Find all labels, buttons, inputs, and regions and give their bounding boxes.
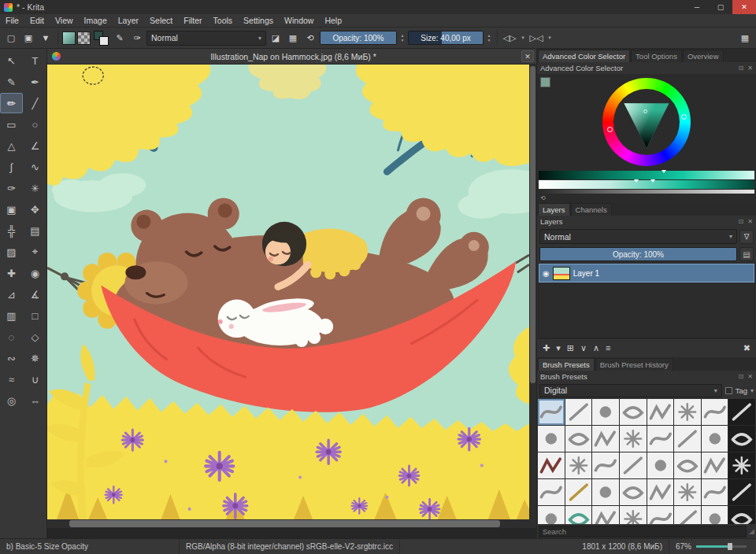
menu-file[interactable]: File xyxy=(0,14,24,27)
tool-assistants[interactable]: ⊿ xyxy=(0,284,23,305)
lightness-strip[interactable] xyxy=(539,171,754,179)
tool-dynamic-brush[interactable]: ✑ xyxy=(0,178,23,198)
menu-tools[interactable]: Tools xyxy=(208,14,239,27)
brush-preset-10[interactable] xyxy=(592,426,619,452)
dock-tab-brush-presets[interactable]: Brush Presets xyxy=(538,358,595,371)
tool-freehand-select[interactable]: ∾ xyxy=(0,348,23,368)
tag-options-button[interactable]: ▾ xyxy=(750,387,754,394)
edit-brush-settings-button[interactable]: ✑ xyxy=(129,30,145,46)
reload-preset-button[interactable]: ⟲ xyxy=(302,30,318,46)
brush-preset-25[interactable] xyxy=(565,479,592,505)
brush-preset-29[interactable] xyxy=(674,479,701,505)
layer-opacity-slider[interactable]: Opacity: 100% xyxy=(539,247,737,261)
spin-down-icon[interactable]: ▼ xyxy=(401,38,405,42)
dock-tab-layers[interactable]: Layers xyxy=(538,203,570,216)
new-document-button[interactable]: ▢ xyxy=(3,30,19,46)
move-layer-up-button[interactable]: ∧ xyxy=(593,343,599,353)
brush-preset-3[interactable] xyxy=(620,399,647,425)
tool-edit-shapes[interactable]: ✎ xyxy=(0,72,23,92)
canvas[interactable] xyxy=(47,65,529,519)
tag-checkbox[interactable] xyxy=(725,387,732,394)
tool-smart-patch[interactable]: ✚ xyxy=(0,263,23,283)
tool-pan[interactable]: ⇔ xyxy=(24,390,46,411)
pattern-chooser[interactable] xyxy=(77,31,91,45)
dock-tab-tool-options[interactable]: Tool Options xyxy=(631,50,682,62)
menu-select[interactable]: Select xyxy=(144,14,178,27)
tool-measure[interactable]: ∡ xyxy=(24,284,46,305)
menu-filter[interactable]: Filter xyxy=(178,14,207,27)
brush-preset-20[interactable] xyxy=(647,452,674,478)
move-layer-down-button[interactable]: ∨ xyxy=(580,343,587,353)
canvas-illustration[interactable] xyxy=(47,65,529,519)
tool-freehand-path[interactable]: ∿ xyxy=(24,157,46,177)
brush-preset-6[interactable] xyxy=(702,399,728,425)
tool-gradient[interactable]: ▤ xyxy=(24,220,46,241)
brush-tag-filter-select[interactable]: Digital ▾ xyxy=(539,384,722,397)
tool-move[interactable]: ✥ xyxy=(24,199,46,220)
brush-preset-30[interactable] xyxy=(702,479,728,505)
dock-tab-brush-preset-history[interactable]: Brush Preset History xyxy=(595,358,673,371)
brush-preset-31[interactable] xyxy=(728,479,755,505)
foreground-background-colors[interactable] xyxy=(94,31,109,46)
menu-view[interactable]: View xyxy=(50,14,79,27)
blending-mode-select[interactable]: Normal▾ xyxy=(146,31,266,46)
zoom-slider[interactable] xyxy=(696,545,747,548)
tool-pattern-fill[interactable]: ▨ xyxy=(0,242,23,262)
tool-rect-select[interactable]: □ xyxy=(24,305,46,326)
brush-preset-32[interactable] xyxy=(538,506,565,524)
brush-preset-11[interactable] xyxy=(620,426,647,452)
tool-polygon-select[interactable]: ◇ xyxy=(24,327,46,347)
menu-image[interactable]: Image xyxy=(79,14,113,27)
advanced-color-selector[interactable] xyxy=(537,74,756,170)
brush-preset-33[interactable] xyxy=(565,506,592,524)
spinner[interactable]: ▲▼ xyxy=(485,31,493,45)
dock-tab-advanced-color-selector[interactable]: Advanced Color Selector xyxy=(538,50,630,62)
open-document-button[interactable]: ▣ xyxy=(20,30,36,46)
brush-preset-24[interactable] xyxy=(538,479,565,505)
tool-fill[interactable]: ◉ xyxy=(24,263,46,283)
tool-text[interactable]: T xyxy=(24,50,46,71)
preserve-alpha-button[interactable]: ▦ xyxy=(285,30,301,46)
brush-preset-18[interactable] xyxy=(592,452,619,478)
brush-preset-1[interactable] xyxy=(565,399,592,425)
brush-preset-34[interactable] xyxy=(592,506,619,524)
window-maximize-button[interactable]: ▢ xyxy=(709,0,732,14)
brush-preset-4[interactable] xyxy=(647,399,674,425)
dock-close-icon[interactable]: ✕ xyxy=(747,65,753,72)
brush-preset-5[interactable] xyxy=(674,399,701,425)
brush-preset-17[interactable] xyxy=(565,452,592,478)
layer-filter-button[interactable]: ∇ xyxy=(739,230,754,244)
opacity-slider[interactable]: Opacity: 100% xyxy=(320,31,397,45)
mirror-horizontal-options-button[interactable]: ▾ xyxy=(519,30,527,46)
menu-help[interactable]: Help xyxy=(319,14,347,27)
delete-layer-button[interactable]: ✖ xyxy=(743,343,750,353)
dock-close-icon[interactable]: ✕ xyxy=(747,373,753,380)
brush-preset-35[interactable] xyxy=(620,506,647,524)
mirror-vertical-options-button[interactable]: ▾ xyxy=(546,30,554,46)
tool-polygon[interactable]: △ xyxy=(0,135,23,156)
brush-preset-13[interactable] xyxy=(674,426,701,452)
tool-ellipse[interactable]: ○ xyxy=(24,114,46,135)
dock-float-icon[interactable]: ⊡ xyxy=(739,373,744,380)
brush-preset-26[interactable] xyxy=(592,479,619,505)
size-slider[interactable]: Size: 40,00 px xyxy=(408,31,484,45)
brush-preset-39[interactable] xyxy=(728,506,755,524)
choose-workspace-button[interactable]: ▦ xyxy=(737,30,753,46)
add-layer-options-button[interactable]: ▾ xyxy=(556,343,561,353)
layer-properties-button[interactable]: ≡ xyxy=(606,343,610,353)
dock-float-icon[interactable]: ⊡ xyxy=(739,218,744,225)
brush-preset-28[interactable] xyxy=(647,479,674,505)
brush-search-input[interactable] xyxy=(539,526,747,537)
horizontal-scrollbar[interactable] xyxy=(47,519,536,528)
brush-preset-27[interactable] xyxy=(620,479,647,505)
dock-float-icon[interactable]: ⊡ xyxy=(739,65,744,72)
brush-preset-16[interactable] xyxy=(538,452,565,478)
window-close-button[interactable]: ✕ xyxy=(732,0,756,14)
layer-visibility-icon[interactable]: ◉ xyxy=(543,269,550,278)
brush-preset-14[interactable] xyxy=(702,426,728,452)
brush-preset-36[interactable] xyxy=(647,506,674,524)
tool-freehand-brush[interactable]: ✏ xyxy=(0,93,23,113)
mirror-vertical-button[interactable]: ▷◁ xyxy=(528,30,544,46)
duplicate-layer-button[interactable]: ⊞ xyxy=(567,343,574,353)
brush-preset-7[interactable] xyxy=(728,399,755,425)
